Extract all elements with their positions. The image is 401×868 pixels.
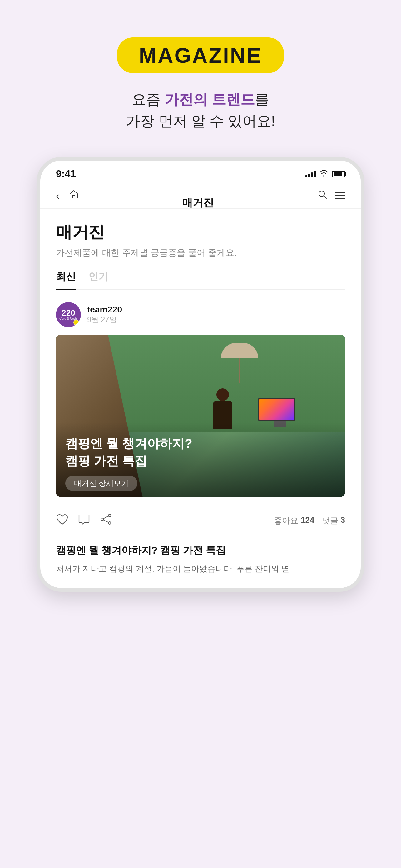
nav-bar: ‹ 매거진 [40,183,361,209]
image-overlay: 캠핑엔 뭘 챙겨야하지? 캠핑 가전 특집 매거진 상세보기 [56,422,345,497]
nav-title: 매거진 [182,195,214,210]
comments-count: 3 [341,515,345,526]
action-stats: 좋아요 124 댓글 3 [274,515,345,526]
status-icons [305,170,345,178]
header-description: 요즘 가전의 트렌드를 가장 먼저 알 수 있어요! [126,89,275,132]
comment-button[interactable] [78,514,90,528]
author-name: team220 [87,305,122,315]
share-button[interactable] [100,514,112,528]
likes-count: 124 [301,515,314,526]
battery-icon [332,170,345,178]
featured-image[interactable]: 캠핑엔 뭘 챙겨야하지? 캠핑 가전 특집 매거진 상세보기 [56,335,345,497]
description-line1: 요즘 가전의 트렌드를 [126,89,275,110]
page-title: 매거진 [56,221,345,243]
search-icon[interactable] [317,189,328,202]
svg-line-9 [103,520,108,522]
header-section: MAGAZINE 요즘 가전의 트렌드를 가장 먼저 알 수 있어요! [117,37,284,132]
phone-notch [162,161,239,173]
status-time: 9:41 [56,168,76,180]
nav-left: ‹ [56,189,79,202]
content-area: 매거진 가전제품에 대한 주제별 궁금증을 풀어 줄게요. 최신 인기 220 … [40,209,361,588]
umbrella [221,343,258,368]
svg-point-7 [108,522,111,524]
article-excerpt: 처서가 지나고 캠핑의 계절, 가을이 돌아왔습니다. 푸른 잔디와 별 [56,562,345,576]
likes-stat: 좋아요 124 [274,515,314,526]
back-button[interactable]: ‹ [56,190,59,202]
magazine-badge-text: MAGAZINE [139,43,262,67]
page-subtitle: 가전제품에 대한 주제별 궁금증을 풀어 줄게요. [56,247,345,259]
tab-popular[interactable]: 인기 [89,270,108,290]
tab-latest[interactable]: 최신 [56,270,76,290]
magazine-badge: MAGAZINE [117,37,284,73]
home-button[interactable] [69,189,79,202]
highlight-text: 가전의 트렌드 [165,91,255,107]
tabs: 최신 인기 [56,270,345,290]
action-bar: 좋아요 124 댓글 3 [56,507,345,534]
signal-icon [305,170,316,178]
svg-point-5 [108,514,111,517]
phone-mockup: 9:41 [37,157,364,592]
svg-line-1 [324,196,326,198]
featured-title: 캠핑엔 뭘 챙겨야하지? 캠핑 가전 특집 [65,435,336,470]
page-wrapper: MAGAZINE 요즘 가전의 트렌드를 가장 먼저 알 수 있어요! 9:41 [0,0,401,592]
like-button[interactable] [56,514,68,528]
likes-label: 좋아요 [274,515,298,526]
menu-icon[interactable] [335,190,345,202]
description-line2: 가장 먼저 알 수 있어요! [126,110,275,132]
avatar-badge [73,320,79,325]
article-title: 캠핑엔 뭘 챙겨야하지? 캠핑 가전 특집 [56,544,345,557]
nav-right [317,189,345,202]
author-info: team220 9월 27일 [87,305,122,324]
svg-point-6 [101,518,103,521]
action-left [56,514,112,528]
svg-line-8 [103,516,108,519]
avatar: 220 Cord & Code [56,302,81,327]
detail-button[interactable]: 매거진 상세보기 [65,476,137,491]
article-preview: 캠핑엔 뭘 챙겨야하지? 캠핑 가전 특집 처서가 지나고 캠핑의 계절, 가을… [56,544,345,576]
comments-stat: 댓글 3 [322,515,345,526]
wifi-icon [320,170,328,178]
comments-label: 댓글 [322,515,338,526]
author-date: 9월 27일 [87,315,122,324]
author-row: 220 Cord & Code team220 9월 27일 [56,302,345,327]
